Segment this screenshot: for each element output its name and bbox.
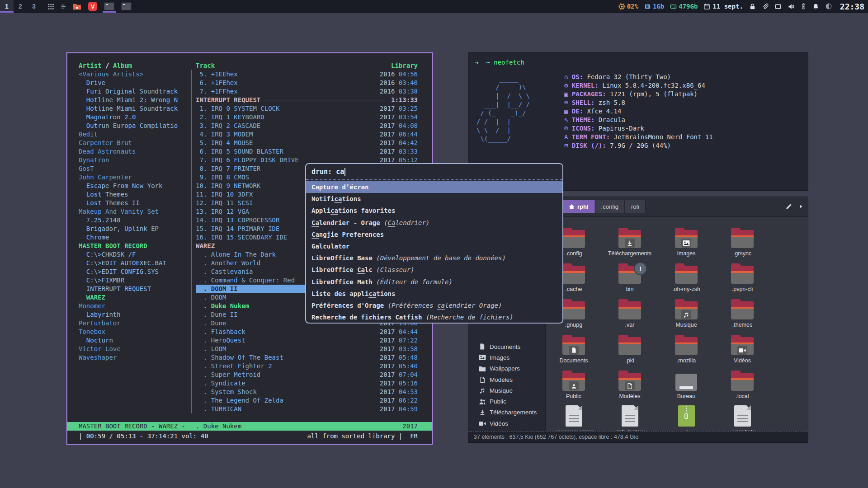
track-row[interactable]: . Syndicate201705:16 — [196, 379, 418, 388]
rofi-result-item[interactable]: Galculator — [306, 240, 562, 252]
track-row[interactable]: 2. IRQ 1 KEYBOARD201703:54 — [196, 113, 418, 122]
track-row[interactable]: . System Shock201704:53 — [196, 388, 418, 396]
workspace-button[interactable]: 3 — [27, 0, 41, 13]
track-row[interactable]: 7. +1FFhex201603:38 — [196, 87, 418, 96]
rofi-result-item[interactable]: Calendrier - Orage(Calendrier) — [306, 217, 562, 229]
rofi-input[interactable]: drun: ca — [306, 164, 562, 180]
app-grid-icon[interactable] — [46, 0, 56, 13]
artist-item[interactable]: Monomer — [79, 302, 191, 310]
album-item[interactable]: WAREZ — [79, 293, 191, 302]
track-row[interactable]: . Flashback201704:44 — [196, 328, 418, 336]
cpu-monitor[interactable]: 02% — [618, 3, 638, 10]
folder-item-modèles[interactable]: Modèles — [602, 366, 658, 399]
album-item[interactable]: Furi Original Soundtrack — [79, 87, 191, 96]
artist-item[interactable]: Dead Astronauts — [79, 147, 191, 156]
rofi-result-item[interactable]: Liste des applications — [306, 288, 562, 300]
album-item[interactable]: C:\>EDIT AUTOEXEC.BAT — [79, 259, 191, 267]
folder-item-pvpn-cli[interactable]: .pvpn-cli — [714, 258, 770, 292]
rofi-result-item[interactable]: Applications favorites — [306, 205, 562, 216]
folder-item-grsync[interactable]: .grsync — [714, 223, 770, 257]
album-item[interactable]: Lost Themes II — [79, 199, 191, 207]
album-item[interactable]: Escape From New York — [79, 182, 191, 190]
track-row[interactable]: . LOOM201703:58 — [196, 345, 418, 353]
folder-item-documents[interactable]: Documents — [546, 330, 602, 364]
artist-item[interactable]: Makeup And Vanity Set — [79, 207, 191, 216]
artist-item[interactable]: MASTER BOOT RECORD — [79, 242, 191, 250]
artist-item[interactable]: Waveshaper — [79, 353, 191, 362]
artist-item[interactable]: GosT — [79, 164, 191, 173]
folder-item-local[interactable]: .local — [714, 366, 770, 399]
artist-item[interactable]: Dynatron — [79, 156, 191, 164]
artist-item[interactable]: 0edit — [79, 130, 191, 139]
track-row[interactable]: . HeroQuest201707:22 — [196, 336, 418, 345]
path-button-rphl[interactable]: rphl — [562, 200, 595, 213]
album-item[interactable]: Brigador, Uplink EP — [79, 225, 191, 233]
file-item-xsession-errors[interactable]: .xsession-errors — [546, 401, 602, 431]
expand-path-icon[interactable] — [799, 204, 803, 209]
clipboard-icon[interactable] — [762, 3, 769, 10]
rofi-result-item[interactable]: Recherche de fichiers Catfish(Recherche … — [306, 311, 562, 323]
rofi-result-item[interactable]: Préférences d'Orage(Préférences calendri… — [306, 300, 562, 311]
clock[interactable]: 22:38 — [840, 2, 864, 11]
now-playing-bar[interactable]: MASTER BOOT RECORD - WAREZ - . Duke Nuke… — [67, 422, 432, 431]
night-light-icon[interactable] — [825, 3, 832, 10]
sidebar-item-musique[interactable]: Musique — [468, 385, 545, 396]
album-item[interactable]: Hotline Miami 2: Wrong N — [79, 96, 191, 104]
track-row[interactable]: 6. IRQ 5 SOUND BLASTER201703:33 — [196, 147, 418, 156]
folder-item-public[interactable]: Public — [546, 366, 602, 399]
album-item[interactable]: INTERRUPT REQUEST — [79, 285, 191, 293]
sidebar-item-public[interactable]: Public — [468, 396, 545, 407]
lock-icon[interactable] — [749, 3, 756, 10]
track-row[interactable]: 3. IRQ 2 CASCADE201704:08 — [196, 122, 418, 130]
album-item[interactable]: Nocturn — [79, 336, 191, 345]
rofi-result-item[interactable]: LibreOffice Base(Développement de base d… — [306, 252, 562, 264]
terminal-icon[interactable] — [103, 0, 116, 13]
folder-item-themes[interactable]: .themes — [714, 294, 770, 328]
album-item[interactable]: Lost Themes — [79, 190, 191, 199]
display-icon[interactable] — [774, 3, 782, 10]
workspace-button[interactable]: 1 — [0, 0, 14, 13]
sidebar-item-wallpapers[interactable]: Wallpapers — [468, 363, 545, 374]
rename-path-icon[interactable] — [785, 203, 793, 210]
workspace-button[interactable]: 2 — [14, 0, 27, 13]
artist-item[interactable]: <Various Artists> — [79, 70, 191, 79]
folder-item-vidéos[interactable]: Vidéos — [714, 330, 770, 364]
track-row[interactable]: . Shadow Of The Beast201705:48 — [196, 353, 418, 362]
notifications-bell-icon[interactable] — [812, 3, 819, 10]
rofi-result-item[interactable]: Cangjie Preferences — [306, 229, 562, 240]
path-button-rofi[interactable]: rofi — [625, 200, 646, 213]
artist-item[interactable]: Carpenter Brut — [79, 139, 191, 147]
file-manager-icon[interactable] — [71, 0, 83, 13]
folder-item-mozilla[interactable]: .mozilla — [658, 330, 714, 364]
album-item[interactable]: C:\>EDIT CONFIG.SYS — [79, 267, 191, 276]
album-item[interactable]: C:\>CHKDSK /F — [79, 250, 191, 259]
track-row[interactable]: . TURRICAN201704:59 — [196, 405, 418, 413]
folder-item-bin[interactable]: !bin — [602, 258, 658, 292]
track-row[interactable]: 4. IRQ 3 MODEM201706:44 — [196, 130, 418, 139]
track-row[interactable]: 5. IRQ 4 MOUSE201704:42 — [196, 139, 418, 147]
window-list-icon[interactable] — [60, 0, 67, 13]
album-item[interactable]: Chrome — [79, 233, 191, 242]
folder-item-musique[interactable]: Musique — [658, 294, 714, 328]
album-item[interactable]: Hotline Miami Soundtrack — [79, 104, 191, 113]
terminal-icon[interactable] — [120, 0, 133, 13]
artist-item[interactable]: John Carpenter — [79, 173, 191, 182]
rofi-result-item[interactable]: Notifications — [306, 193, 562, 205]
rofi-result-item[interactable]: Capture d’écran — [306, 181, 562, 193]
file-item-wget-hsts[interactable]: .wget-hsts — [714, 401, 770, 431]
album-item[interactable]: Labyrinth — [79, 310, 191, 319]
album-item[interactable]: 7.25.2148 — [79, 216, 191, 225]
vivaldi-icon[interactable]: V — [87, 0, 99, 13]
sidebar-item-modèles[interactable]: Modèles — [468, 374, 545, 385]
sidebar-item-téléchargements[interactable]: Téléchargements — [468, 407, 545, 418]
date-display[interactable]: 11 sept. — [703, 3, 743, 10]
artist-item[interactable]: Victor Love — [79, 345, 191, 353]
volume-icon[interactable] — [788, 3, 795, 10]
file-item-z[interactable]: .z — [658, 401, 714, 431]
sidebar-item-vidéos[interactable]: Vidéos — [468, 418, 545, 429]
file-item-bureau[interactable]: Bureau — [658, 366, 714, 399]
album-item[interactable]: Drive — [79, 79, 191, 87]
rofi-result-item[interactable]: LibreOffice Math(Éditeur de formule) — [306, 276, 562, 288]
folder-item-images[interactable]: Images — [658, 223, 714, 257]
track-row[interactable]: 6. +1FEhex201603:40 — [196, 79, 418, 87]
